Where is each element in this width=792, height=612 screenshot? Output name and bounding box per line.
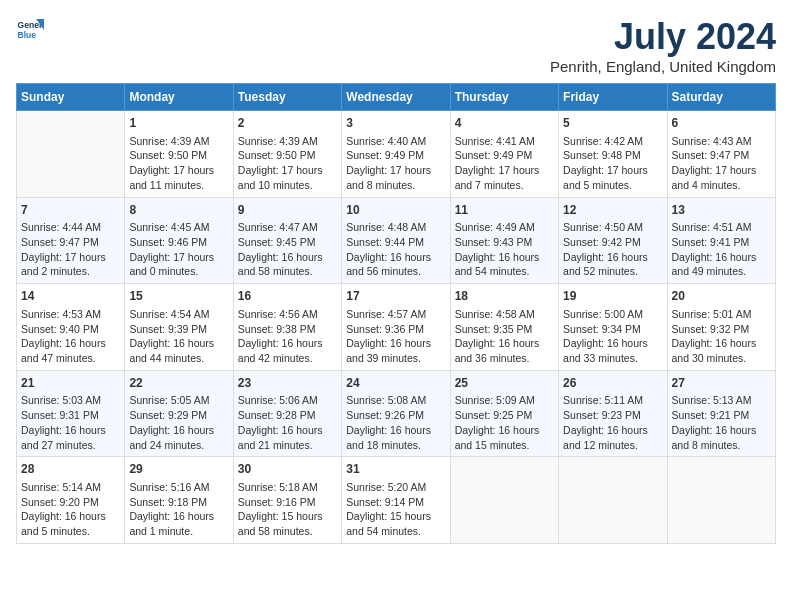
day-number: 20 (672, 288, 771, 305)
calendar-cell: 18Sunrise: 4:58 AM Sunset: 9:35 PM Dayli… (450, 284, 558, 371)
day-number: 14 (21, 288, 120, 305)
calendar-cell (667, 457, 775, 544)
logo: General Blue (16, 16, 44, 44)
calendar-table: SundayMondayTuesdayWednesdayThursdayFrid… (16, 83, 776, 544)
header-cell-friday: Friday (559, 84, 667, 111)
calendar-cell: 7Sunrise: 4:44 AM Sunset: 9:47 PM Daylig… (17, 197, 125, 284)
day-number: 27 (672, 375, 771, 392)
calendar-week-1: 1Sunrise: 4:39 AM Sunset: 9:50 PM Daylig… (17, 111, 776, 198)
cell-content: Sunrise: 5:18 AM Sunset: 9:16 PM Dayligh… (238, 480, 337, 539)
calendar-cell (17, 111, 125, 198)
cell-content: Sunrise: 4:48 AM Sunset: 9:44 PM Dayligh… (346, 220, 445, 279)
cell-content: Sunrise: 4:57 AM Sunset: 9:36 PM Dayligh… (346, 307, 445, 366)
cell-content: Sunrise: 5:20 AM Sunset: 9:14 PM Dayligh… (346, 480, 445, 539)
calendar-cell: 22Sunrise: 5:05 AM Sunset: 9:29 PM Dayli… (125, 370, 233, 457)
day-number: 1 (129, 115, 228, 132)
calendar-cell: 8Sunrise: 4:45 AM Sunset: 9:46 PM Daylig… (125, 197, 233, 284)
calendar-cell: 17Sunrise: 4:57 AM Sunset: 9:36 PM Dayli… (342, 284, 450, 371)
cell-content: Sunrise: 5:03 AM Sunset: 9:31 PM Dayligh… (21, 393, 120, 452)
day-number: 25 (455, 375, 554, 392)
calendar-cell: 9Sunrise: 4:47 AM Sunset: 9:45 PM Daylig… (233, 197, 341, 284)
day-number: 9 (238, 202, 337, 219)
cell-content: Sunrise: 5:00 AM Sunset: 9:34 PM Dayligh… (563, 307, 662, 366)
day-number: 11 (455, 202, 554, 219)
cell-content: Sunrise: 5:13 AM Sunset: 9:21 PM Dayligh… (672, 393, 771, 452)
calendar-cell: 2Sunrise: 4:39 AM Sunset: 9:50 PM Daylig… (233, 111, 341, 198)
calendar-cell: 20Sunrise: 5:01 AM Sunset: 9:32 PM Dayli… (667, 284, 775, 371)
cell-content: Sunrise: 4:49 AM Sunset: 9:43 PM Dayligh… (455, 220, 554, 279)
cell-content: Sunrise: 5:06 AM Sunset: 9:28 PM Dayligh… (238, 393, 337, 452)
calendar-cell: 3Sunrise: 4:40 AM Sunset: 9:49 PM Daylig… (342, 111, 450, 198)
calendar-cell (559, 457, 667, 544)
day-number: 17 (346, 288, 445, 305)
cell-content: Sunrise: 5:11 AM Sunset: 9:23 PM Dayligh… (563, 393, 662, 452)
header-cell-saturday: Saturday (667, 84, 775, 111)
calendar-cell: 29Sunrise: 5:16 AM Sunset: 9:18 PM Dayli… (125, 457, 233, 544)
day-number: 26 (563, 375, 662, 392)
cell-content: Sunrise: 4:56 AM Sunset: 9:38 PM Dayligh… (238, 307, 337, 366)
page-title: July 2024 (550, 16, 776, 58)
cell-content: Sunrise: 5:16 AM Sunset: 9:18 PM Dayligh… (129, 480, 228, 539)
day-number: 18 (455, 288, 554, 305)
cell-content: Sunrise: 4:58 AM Sunset: 9:35 PM Dayligh… (455, 307, 554, 366)
header-cell-tuesday: Tuesday (233, 84, 341, 111)
header-cell-wednesday: Wednesday (342, 84, 450, 111)
cell-content: Sunrise: 5:09 AM Sunset: 9:25 PM Dayligh… (455, 393, 554, 452)
calendar-cell: 1Sunrise: 4:39 AM Sunset: 9:50 PM Daylig… (125, 111, 233, 198)
calendar-cell: 10Sunrise: 4:48 AM Sunset: 9:44 PM Dayli… (342, 197, 450, 284)
cell-content: Sunrise: 4:51 AM Sunset: 9:41 PM Dayligh… (672, 220, 771, 279)
calendar-cell: 19Sunrise: 5:00 AM Sunset: 9:34 PM Dayli… (559, 284, 667, 371)
day-number: 22 (129, 375, 228, 392)
calendar-cell: 30Sunrise: 5:18 AM Sunset: 9:16 PM Dayli… (233, 457, 341, 544)
day-number: 29 (129, 461, 228, 478)
calendar-header: SundayMondayTuesdayWednesdayThursdayFrid… (17, 84, 776, 111)
cell-content: Sunrise: 4:53 AM Sunset: 9:40 PM Dayligh… (21, 307, 120, 366)
title-area: July 2024 Penrith, England, United Kingd… (550, 16, 776, 75)
day-number: 13 (672, 202, 771, 219)
day-number: 5 (563, 115, 662, 132)
cell-content: Sunrise: 4:45 AM Sunset: 9:46 PM Dayligh… (129, 220, 228, 279)
calendar-week-4: 21Sunrise: 5:03 AM Sunset: 9:31 PM Dayli… (17, 370, 776, 457)
calendar-cell: 6Sunrise: 4:43 AM Sunset: 9:47 PM Daylig… (667, 111, 775, 198)
day-number: 10 (346, 202, 445, 219)
calendar-cell: 15Sunrise: 4:54 AM Sunset: 9:39 PM Dayli… (125, 284, 233, 371)
calendar-cell: 27Sunrise: 5:13 AM Sunset: 9:21 PM Dayli… (667, 370, 775, 457)
cell-content: Sunrise: 5:01 AM Sunset: 9:32 PM Dayligh… (672, 307, 771, 366)
cell-content: Sunrise: 4:42 AM Sunset: 9:48 PM Dayligh… (563, 134, 662, 193)
calendar-cell: 5Sunrise: 4:42 AM Sunset: 9:48 PM Daylig… (559, 111, 667, 198)
cell-content: Sunrise: 5:05 AM Sunset: 9:29 PM Dayligh… (129, 393, 228, 452)
cell-content: Sunrise: 4:43 AM Sunset: 9:47 PM Dayligh… (672, 134, 771, 193)
calendar-cell: 12Sunrise: 4:50 AM Sunset: 9:42 PM Dayli… (559, 197, 667, 284)
calendar-week-2: 7Sunrise: 4:44 AM Sunset: 9:47 PM Daylig… (17, 197, 776, 284)
day-number: 12 (563, 202, 662, 219)
day-number: 28 (21, 461, 120, 478)
calendar-cell: 11Sunrise: 4:49 AM Sunset: 9:43 PM Dayli… (450, 197, 558, 284)
cell-content: Sunrise: 4:44 AM Sunset: 9:47 PM Dayligh… (21, 220, 120, 279)
day-number: 6 (672, 115, 771, 132)
calendar-body: 1Sunrise: 4:39 AM Sunset: 9:50 PM Daylig… (17, 111, 776, 544)
calendar-cell: 25Sunrise: 5:09 AM Sunset: 9:25 PM Dayli… (450, 370, 558, 457)
day-number: 16 (238, 288, 337, 305)
day-number: 3 (346, 115, 445, 132)
logo-icon: General Blue (16, 16, 44, 44)
day-number: 31 (346, 461, 445, 478)
calendar-cell: 21Sunrise: 5:03 AM Sunset: 9:31 PM Dayli… (17, 370, 125, 457)
calendar-week-5: 28Sunrise: 5:14 AM Sunset: 9:20 PM Dayli… (17, 457, 776, 544)
cell-content: Sunrise: 4:39 AM Sunset: 9:50 PM Dayligh… (238, 134, 337, 193)
calendar-cell (450, 457, 558, 544)
cell-content: Sunrise: 4:39 AM Sunset: 9:50 PM Dayligh… (129, 134, 228, 193)
day-number: 4 (455, 115, 554, 132)
calendar-cell: 14Sunrise: 4:53 AM Sunset: 9:40 PM Dayli… (17, 284, 125, 371)
calendar-cell: 26Sunrise: 5:11 AM Sunset: 9:23 PM Dayli… (559, 370, 667, 457)
cell-content: Sunrise: 5:14 AM Sunset: 9:20 PM Dayligh… (21, 480, 120, 539)
cell-content: Sunrise: 4:54 AM Sunset: 9:39 PM Dayligh… (129, 307, 228, 366)
header-cell-sunday: Sunday (17, 84, 125, 111)
day-number: 21 (21, 375, 120, 392)
svg-text:Blue: Blue (18, 30, 37, 40)
calendar-cell: 4Sunrise: 4:41 AM Sunset: 9:49 PM Daylig… (450, 111, 558, 198)
calendar-week-3: 14Sunrise: 4:53 AM Sunset: 9:40 PM Dayli… (17, 284, 776, 371)
day-number: 15 (129, 288, 228, 305)
day-number: 24 (346, 375, 445, 392)
calendar-cell: 23Sunrise: 5:06 AM Sunset: 9:28 PM Dayli… (233, 370, 341, 457)
header: General Blue July 2024 Penrith, England,… (16, 16, 776, 75)
